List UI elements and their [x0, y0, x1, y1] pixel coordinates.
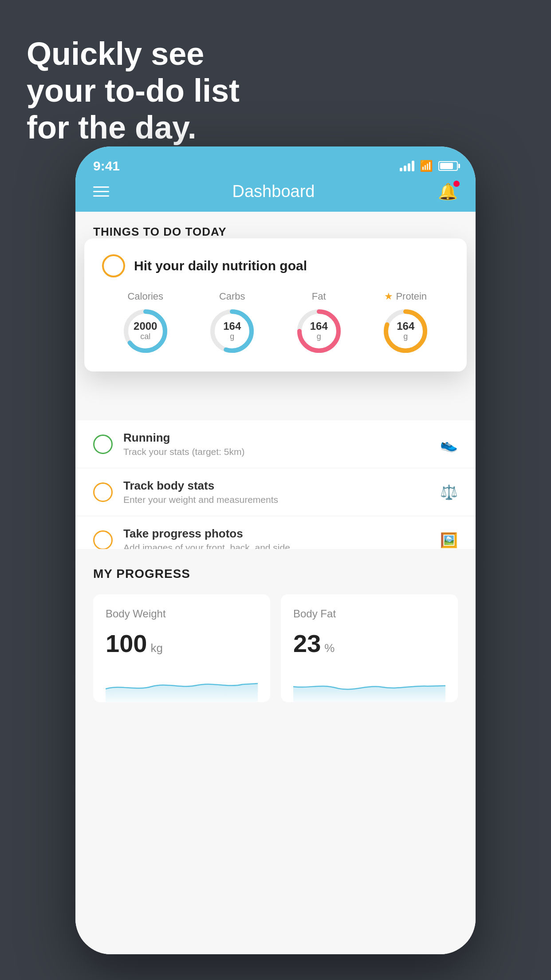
macro-protein-value: 164 g — [397, 320, 414, 341]
shoe-icon: 👟 — [440, 436, 458, 453]
macro-calories-value: 2000 cal — [134, 320, 157, 341]
todo-text-stats: Track body stats Enter your weight and m… — [123, 479, 429, 505]
progress-cards: Body Weight 100 kg — [93, 594, 458, 702]
body-weight-value: 100 kg — [106, 629, 258, 658]
macro-calories: Calories 2000 cal — [121, 291, 170, 356]
body-weight-chart — [106, 667, 258, 702]
battery-icon — [438, 161, 458, 171]
todo-circle-photos — [93, 530, 113, 550]
todo-circle-running — [93, 435, 113, 454]
star-icon: ★ — [384, 291, 393, 302]
nutrition-check-circle — [102, 254, 125, 277]
main-content: THINGS TO DO TODAY Hit your daily nutrit… — [75, 212, 476, 954]
status-bar: 9:41 📶 — [75, 146, 476, 178]
headline-line3: for the day. — [27, 110, 197, 145]
nutrition-title: Hit your daily nutrition goal — [134, 258, 307, 273]
nutrition-macros: Calories 2000 cal — [102, 291, 449, 356]
todo-sub-stats: Enter your weight and measurements — [123, 494, 429, 505]
todo-circle-stats — [93, 482, 113, 502]
body-fat-unit: % — [324, 641, 335, 655]
todo-item-running[interactable]: Running Track your stats (target: 5km) 👟 — [75, 420, 476, 468]
macro-protein: ★ Protein 164 g — [381, 291, 430, 356]
body-fat-label: Body Fat — [293, 608, 445, 620]
macro-carbs-label: Carbs — [219, 291, 245, 302]
todo-title-stats: Track body stats — [123, 479, 429, 493]
macro-protein-label: ★ Protein — [384, 291, 427, 302]
signal-icon — [400, 161, 414, 171]
body-weight-card[interactable]: Body Weight 100 kg — [93, 594, 270, 702]
body-fat-number: 23 — [293, 629, 321, 658]
body-weight-unit: kg — [150, 641, 162, 655]
todo-title-running: Running — [123, 431, 429, 445]
app-header: Dashboard 🔔 — [75, 178, 476, 212]
phone-frame: 9:41 📶 Dashboard — [75, 146, 476, 954]
macro-carbs: Carbs 164 g — [208, 291, 256, 356]
macro-fat-chart: 164 g — [295, 307, 343, 356]
phone-mockup: 9:41 📶 Dashboard — [75, 146, 476, 954]
photo-icon: 🖼️ — [440, 532, 458, 549]
body-weight-number: 100 — [106, 629, 147, 658]
headline-line1: Quickly see — [27, 36, 204, 71]
header-title: Dashboard — [232, 182, 315, 201]
todo-text-running: Running Track your stats (target: 5km) — [123, 431, 429, 457]
wifi-icon: 📶 — [420, 160, 433, 172]
notification-icon[interactable]: 🔔 — [438, 182, 458, 201]
macro-fat-label: Fat — [312, 291, 326, 302]
nutrition-card[interactable]: Hit your daily nutrition goal Calories 2 — [84, 238, 467, 371]
body-fat-chart — [293, 667, 445, 702]
macro-calories-chart: 2000 cal — [121, 307, 170, 356]
macro-fat: Fat 164 g — [295, 291, 343, 356]
scale-icon: ⚖️ — [440, 484, 458, 501]
body-fat-card[interactable]: Body Fat 23 % — [281, 594, 458, 702]
macro-calories-label: Calories — [127, 291, 163, 302]
menu-icon[interactable] — [93, 186, 109, 197]
macro-carbs-value: 164 g — [223, 320, 241, 341]
nutrition-header: Hit your daily nutrition goal — [102, 254, 449, 277]
todo-list: Running Track your stats (target: 5km) 👟… — [75, 420, 476, 564]
progress-title: MY PROGRESS — [93, 567, 458, 581]
macro-carbs-chart: 164 g — [208, 307, 256, 356]
progress-section: MY PROGRESS Body Weight 100 kg — [75, 549, 476, 702]
status-time: 9:41 — [93, 158, 120, 174]
macro-fat-value: 164 g — [310, 320, 328, 341]
status-icons: 📶 — [400, 160, 458, 172]
body-weight-label: Body Weight — [106, 608, 258, 620]
todo-title-photos: Take progress photos — [123, 527, 429, 541]
headline-line2: your to-do list — [27, 73, 240, 108]
todo-sub-running: Track your stats (target: 5km) — [123, 447, 429, 457]
todo-item-body-stats[interactable]: Track body stats Enter your weight and m… — [75, 468, 476, 516]
notification-badge — [453, 181, 460, 187]
page-headline: Quickly see your to-do list for the day. — [27, 36, 240, 146]
macro-protein-chart: 164 g — [381, 307, 430, 356]
things-today-title: THINGS TO DO TODAY — [93, 225, 227, 238]
body-fat-value: 23 % — [293, 629, 445, 658]
